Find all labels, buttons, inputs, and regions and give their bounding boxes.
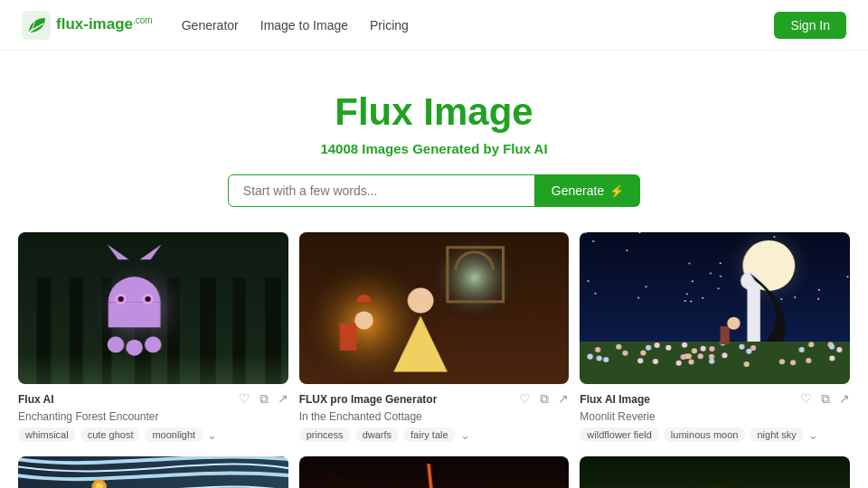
hero-subtitle: 14008 Images Generated by Flux AI (18, 141, 850, 156)
tag[interactable]: night sky (750, 427, 803, 442)
gallery-item: FLUX pro Image Generator♡⧉↗In the Enchan… (299, 232, 570, 446)
tag[interactable]: luminous moon (664, 427, 746, 442)
gallery-top: Flux AI Image♡⧉↗ (580, 391, 850, 407)
tag[interactable]: moonlight (145, 427, 203, 442)
gallery-image[interactable] (580, 456, 850, 488)
hero-subtitle-suffix: Images Generated by Flux AI (362, 141, 547, 156)
copy-icon[interactable]: ⧉ (259, 391, 269, 407)
bolt-icon: ⚡ (609, 184, 624, 198)
gallery-image[interactable] (299, 232, 570, 384)
nav-link-pricing[interactable]: Pricing (370, 18, 409, 33)
gallery-item: ♡⧉↗ (18, 456, 288, 488)
logo-text: flux-image.com (56, 15, 153, 33)
gallery-canvas (18, 456, 288, 488)
gallery-canvas (580, 456, 850, 488)
tag-more-icon[interactable]: ⌄ (808, 428, 818, 442)
gallery-description: Enchanting Forest Encounter (18, 410, 288, 423)
gallery-description: In the Enchanted Cottage (299, 410, 570, 423)
tag[interactable]: whimsical (18, 427, 76, 442)
gallery-tags: princessdwarfsfairy tale⌄ (299, 427, 570, 442)
gallery-tags: whimsicalcute ghostmoonlight⌄ (18, 427, 288, 442)
nav-links: Generator Image to Image Pricing (182, 18, 409, 33)
gallery-brand: Flux AI Image (580, 393, 650, 406)
gallery-meta: Flux AI♡⧉↗Enchanting Forest Encounterwhi… (18, 384, 288, 446)
tag[interactable]: dwarfs (355, 427, 399, 442)
gallery-canvas (299, 232, 570, 384)
gallery-image[interactable] (580, 232, 850, 384)
search-input[interactable] (228, 174, 535, 207)
gallery-brand: Flux AI (18, 393, 54, 406)
gallery-top: Flux AI♡⧉↗ (18, 391, 288, 407)
tag-more-icon[interactable]: ⌄ (460, 428, 470, 442)
gallery-item: ♡⧉↗ (580, 456, 850, 488)
like-icon[interactable]: ♡ (800, 391, 812, 407)
hero-section: Flux Image 14008 Images Generated by Flu… (0, 51, 868, 232)
image-count: 14008 (320, 141, 358, 156)
share-icon[interactable]: ↗ (558, 391, 569, 407)
tag[interactable]: wildflower field (580, 427, 659, 442)
like-icon[interactable]: ♡ (239, 391, 250, 407)
gallery-actions: ♡⧉↗ (800, 391, 850, 407)
gallery-meta: Flux AI Image♡⧉↗Moonlit Reveriewildflowe… (580, 384, 850, 446)
gallery-image[interactable] (18, 456, 288, 488)
logo-icon (22, 11, 51, 40)
gallery-item: Flux AI♡⧉↗Enchanting Forest Encounterwhi… (18, 232, 288, 446)
generate-button[interactable]: Generate ⚡ (535, 174, 640, 207)
gallery-description: Moonlit Reverie (580, 410, 850, 423)
tag-more-icon[interactable]: ⌄ (207, 428, 217, 442)
gallery-grid: Flux AI♡⧉↗Enchanting Forest Encounterwhi… (18, 232, 850, 488)
gallery-item: ♡⧉↗ (299, 456, 570, 488)
sign-in-button[interactable]: Sign In (774, 12, 846, 39)
logo[interactable]: flux-image.com (22, 11, 153, 40)
copy-icon[interactable]: ⧉ (540, 391, 549, 407)
hero-title: Flux Image (18, 90, 850, 134)
tag[interactable]: fairy tale (403, 427, 456, 442)
gallery-item: Flux AI Image♡⧉↗Moonlit Reveriewildflowe… (580, 232, 850, 446)
gallery-meta: FLUX pro Image Generator♡⧉↗In the Enchan… (299, 384, 570, 446)
gallery-canvas (18, 232, 288, 384)
gallery-canvas (580, 232, 850, 384)
tag[interactable]: cute ghost (80, 427, 141, 442)
generate-label: Generate (552, 183, 604, 198)
nav-link-image-to-image[interactable]: Image to Image (260, 18, 348, 33)
navbar: flux-image.com Generator Image to Image … (0, 0, 868, 51)
gallery-top: FLUX pro Image Generator♡⧉↗ (299, 391, 570, 407)
like-icon[interactable]: ♡ (519, 391, 531, 407)
gallery-brand: FLUX pro Image Generator (299, 393, 438, 406)
search-bar: Generate ⚡ (18, 174, 850, 207)
gallery: Flux AI♡⧉↗Enchanting Forest Encounterwhi… (0, 232, 868, 488)
share-icon[interactable]: ↗ (278, 391, 288, 407)
copy-icon[interactable]: ⧉ (821, 391, 830, 407)
gallery-tags: wildflower fieldluminous moonnight sky⌄ (580, 427, 850, 442)
gallery-image[interactable] (18, 232, 288, 384)
nav-link-generator[interactable]: Generator (182, 18, 239, 33)
gallery-image[interactable] (299, 456, 570, 488)
gallery-canvas (299, 456, 570, 488)
gallery-actions: ♡⧉↗ (519, 391, 569, 407)
nav-left: flux-image.com Generator Image to Image … (22, 11, 409, 40)
share-icon[interactable]: ↗ (839, 391, 850, 407)
gallery-actions: ♡⧉↗ (239, 391, 288, 407)
tag[interactable]: princess (299, 427, 351, 442)
